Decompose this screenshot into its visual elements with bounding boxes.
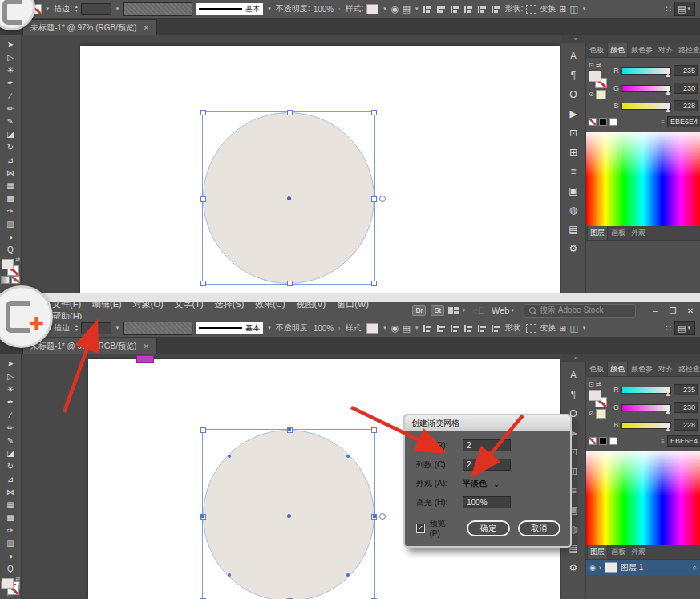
canvas-area[interactable] (21, 35, 561, 293)
chevron-down-icon[interactable]: ▾ (268, 6, 271, 12)
menu-item[interactable]: 编辑(E) (87, 302, 127, 309)
menu-item[interactable]: 对象(O) (127, 302, 169, 309)
gradient-tool[interactable]: ▩ (2, 511, 19, 524)
panel-tab[interactable]: 对齐 (656, 362, 675, 376)
eyedropper-tool[interactable]: ✑ (2, 524, 19, 536)
pen-tool[interactable]: ✒ (2, 395, 19, 408)
color-options-icons[interactable]: ⊡ ⇄ (589, 63, 601, 69)
panel-tab[interactable]: 图层 (587, 545, 608, 559)
columns-input[interactable]: 2 (463, 459, 511, 471)
rows-input[interactable]: 2 (463, 439, 511, 451)
slider-thumb[interactable] (666, 427, 670, 431)
eraser-tool[interactable]: ◪ (2, 127, 19, 140)
color-spectrum[interactable] (586, 451, 700, 545)
selection-handle[interactable] (371, 110, 377, 115)
brush-definition[interactable]: 基本 (196, 322, 263, 334)
line-segment-tool[interactable]: ∕ (2, 408, 19, 421)
red-value[interactable]: 235 (674, 384, 698, 395)
opentype-panel-icon[interactable]: O (564, 88, 583, 101)
character-panel-icon[interactable]: A (564, 50, 583, 63)
expand-icon[interactable]: › (338, 326, 340, 331)
panel-tab[interactable]: 颜色 (607, 362, 628, 376)
layer-row[interactable]: ◉ › 图层 1 ○ (586, 560, 700, 575)
align-right-icon[interactable] (451, 325, 459, 332)
align-left-icon[interactable] (423, 325, 432, 332)
eraser-tool[interactable]: ◪ (2, 447, 19, 459)
collapse-dock-icon[interactable]: « (561, 35, 700, 43)
transform-button[interactable]: 变换 (540, 3, 556, 14)
dialog-title[interactable]: 创建渐变网格 (405, 415, 570, 431)
red-slider[interactable] (621, 387, 671, 394)
selection-tool[interactable]: ➤ (2, 38, 19, 51)
align-left-icon[interactable] (423, 6, 432, 13)
none-swatch[interactable] (589, 437, 597, 445)
panel-tab[interactable]: 画板 (609, 226, 628, 240)
menu-item[interactable]: 效果(C) (249, 302, 290, 309)
chevron-down-icon[interactable]: ▾ (415, 325, 419, 331)
selection-handle[interactable] (200, 196, 206, 202)
graphic-style-swatch[interactable] (366, 4, 378, 14)
chevron-down-icon[interactable]: ▾ (47, 6, 50, 12)
magic-wand-tool[interactable]: ✳ (2, 63, 19, 76)
selection-tool[interactable]: ➤ (2, 357, 19, 370)
settings-gears-icon[interactable]: ⚙ (564, 561, 583, 574)
selection-handle[interactable] (371, 196, 377, 202)
chevron-down-icon[interactable]: ▾ (415, 6, 419, 12)
document-tab[interactable]: 未标题-1* @ 97% (RGB/预览) ✕ (22, 338, 157, 354)
menu-item[interactable]: 视图(V) (291, 302, 332, 309)
panel-tab[interactable]: 外观 (629, 545, 648, 559)
rotate-widget-handle[interactable] (379, 196, 386, 202)
recolor-artwork-icon[interactable]: ◉ (391, 323, 399, 334)
panel-tab[interactable]: 画板 (609, 545, 628, 559)
gradient-tool[interactable]: ▩ (2, 192, 19, 204)
dock-grid-icon[interactable]: ∷ (666, 4, 671, 14)
expand-icon[interactable]: › (338, 6, 340, 12)
dock-grid-icon[interactable]: ∷ (666, 323, 671, 334)
zoom-tool[interactable]: Q (2, 243, 19, 256)
stroke-panel-icon[interactable]: ≡ (564, 165, 583, 178)
selection-handle[interactable] (200, 281, 206, 286)
menu-item[interactable]: 选择(S) (209, 302, 250, 309)
align-right-icon[interactable] (451, 6, 459, 13)
visibility-eye-icon[interactable]: ◉ (589, 564, 596, 572)
select-similar-icon[interactable]: ◫ (569, 323, 577, 334)
transform-button[interactable]: 变换 (540, 322, 556, 334)
direct-selection-tool[interactable]: ▷ (2, 370, 19, 382)
workspace-switcher-icon[interactable]: ▤▾ (674, 321, 695, 335)
stroke-weight-input[interactable] (81, 3, 111, 15)
target-circle-icon[interactable]: ○ (693, 564, 697, 572)
restore-button[interactable]: ❐ (665, 306, 681, 315)
document-setup-icon[interactable]: ▤ (402, 323, 410, 334)
chevron-down-icon[interactable]: ▾ (116, 325, 119, 331)
paintbrush-tool[interactable]: ✏ (2, 421, 19, 434)
last-color-swatch[interactable] (596, 90, 606, 99)
close-tab-icon[interactable]: ✕ (143, 342, 149, 350)
menu-item[interactable]: 文字(T) (169, 302, 209, 309)
swap-fill-stroke-icon[interactable]: ⇄ (15, 576, 20, 582)
selection-handle[interactable] (287, 110, 293, 115)
chevron-down-icon[interactable]: ▾ (268, 325, 271, 331)
cancel-button[interactable]: 取消 (518, 520, 560, 536)
width-tool[interactable]: ⋈ (2, 166, 19, 179)
pen-tool[interactable]: ✒ (2, 76, 19, 89)
panel-tab[interactable]: 路径查 (676, 362, 700, 376)
paintbrush-tool[interactable]: ✏ (2, 102, 19, 115)
panel-tab[interactable]: 图层 (587, 226, 608, 240)
shape-properties-icon[interactable] (526, 324, 536, 333)
align-top-icon[interactable] (464, 325, 473, 332)
direct-selection-tool[interactable]: ▷ (2, 51, 19, 63)
slider-thumb[interactable] (666, 108, 670, 112)
fill-swatch[interactable] (589, 390, 601, 401)
pencil-tool[interactable]: ✎ (2, 115, 19, 127)
align-top-icon[interactable] (464, 6, 473, 13)
preview-checkbox[interactable]: ✓ (416, 524, 425, 533)
graphic-style-swatch[interactable] (366, 323, 378, 334)
panel-tab[interactable]: 对齐 (656, 43, 675, 57)
align-bottom-icon[interactable] (492, 6, 500, 13)
close-button[interactable]: ✕ (682, 306, 698, 315)
document-tab[interactable]: 未标题-1* @ 97% (RGB/预览) ✕ (22, 19, 157, 36)
close-tab-icon[interactable]: ✕ (143, 24, 149, 32)
recolor-artwork-icon[interactable]: ◉ (391, 4, 399, 14)
black-swatch[interactable] (599, 118, 607, 126)
fill-swatch[interactable] (2, 259, 14, 269)
